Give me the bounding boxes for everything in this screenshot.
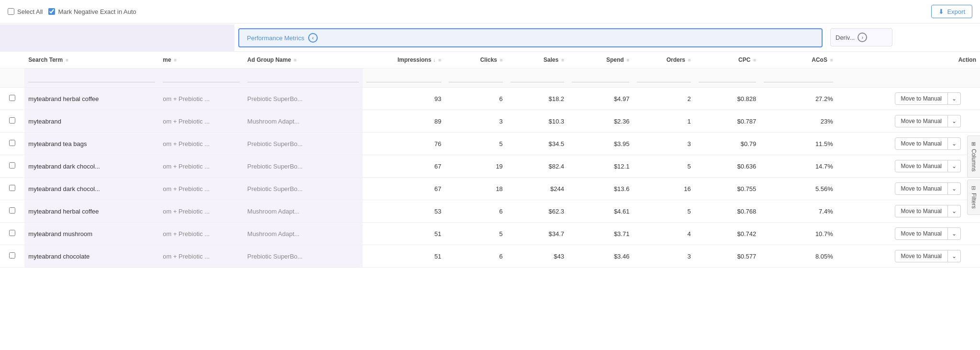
move-to-manual-button[interactable]: Move to Manual	[895, 205, 948, 217]
row-clicks: 6	[445, 88, 506, 110]
row-action-cell: Move to Manual ⌄	[837, 223, 980, 245]
filter-orders-input[interactable]	[637, 73, 690, 82]
table-row: myteabrand herbal coffee om + Prebiotic …	[0, 200, 980, 223]
row-checkbox[interactable]	[9, 162, 15, 169]
move-to-manual-button[interactable]: Move to Manual	[895, 227, 948, 240]
move-to-manual-button[interactable]: Move to Manual	[895, 115, 948, 127]
row-checkbox-cell[interactable]	[0, 88, 24, 110]
move-to-manual-dropdown[interactable]: ⌄	[948, 115, 961, 127]
performance-metrics-label: Performance Metrics	[247, 34, 304, 42]
row-checkbox[interactable]	[9, 95, 15, 101]
th-acos[interactable]: ACoS ≡	[760, 52, 837, 68]
row-spend: $12.1	[568, 155, 633, 178]
filter-action-cell	[837, 68, 980, 88]
th-spend[interactable]: Spend ≡	[568, 52, 633, 68]
filter-acos-input[interactable]	[764, 73, 833, 82]
filter-name-input[interactable]	[163, 73, 240, 82]
row-clicks: 19	[445, 155, 506, 178]
filters-tab[interactable]: ⊟ Filters	[967, 180, 980, 215]
move-to-manual-dropdown[interactable]: ⌄	[948, 205, 961, 217]
row-action-cell: Move to Manual ⌄	[837, 133, 980, 155]
row-action-group: Move to Manual ⌄	[841, 137, 961, 150]
row-checkbox[interactable]	[9, 252, 15, 259]
mark-negative-checkbox-label[interactable]: Mark Negative Exact in Auto	[48, 8, 136, 15]
move-to-manual-button[interactable]: Move to Manual	[895, 160, 948, 172]
export-button[interactable]: ⬇ Export	[931, 5, 972, 18]
filter-cpc-cell[interactable]	[695, 68, 760, 88]
th-name[interactable]: me ≡	[159, 52, 244, 68]
filter-adgroup-input[interactable]	[247, 73, 359, 82]
th-cpc[interactable]: CPC ≡	[695, 52, 760, 68]
filter-search-term-cell[interactable]	[24, 68, 159, 88]
filter-search-term-input[interactable]	[28, 73, 155, 82]
row-checkbox-cell[interactable]	[0, 133, 24, 155]
row-name: om + Prebiotic ...	[159, 223, 244, 245]
filter-adgroup-cell[interactable]	[244, 68, 363, 88]
row-checkbox[interactable]	[9, 117, 15, 124]
filter-name-cell[interactable]	[159, 68, 244, 88]
row-acos: 14.7%	[760, 155, 837, 178]
row-name: om + Prebiotic ...	[159, 178, 244, 200]
row-action-cell: Move to Manual ⌄	[837, 110, 980, 133]
move-to-manual-button[interactable]: Move to Manual	[895, 250, 948, 262]
row-checkbox-cell[interactable]	[0, 200, 24, 223]
filter-orders-cell[interactable]	[633, 68, 694, 88]
th-search-term[interactable]: Search Term ≡	[24, 52, 159, 68]
th-spend-filter-icon: ≡	[627, 57, 630, 63]
row-checkbox[interactable]	[9, 140, 15, 146]
move-to-manual-dropdown[interactable]: ⌄	[948, 137, 961, 150]
row-checkbox-cell[interactable]	[0, 245, 24, 268]
th-sales[interactable]: Sales ≡	[507, 52, 568, 68]
select-all-checkbox-label[interactable]: Select All	[8, 8, 43, 15]
move-to-manual-dropdown[interactable]: ⌄	[948, 182, 961, 195]
move-to-manual-button[interactable]: Move to Manual	[895, 137, 948, 150]
th-clicks[interactable]: Clicks ≡	[445, 52, 506, 68]
row-checkbox-cell[interactable]	[0, 110, 24, 133]
filter-sales-cell[interactable]	[507, 68, 568, 88]
row-name: om + Prebiotic ...	[159, 88, 244, 110]
select-all-checkbox[interactable]	[8, 8, 14, 15]
filter-impressions-cell[interactable]	[363, 68, 445, 88]
filter-clicks-input[interactable]	[449, 73, 502, 82]
move-to-manual-dropdown[interactable]: ⌄	[948, 227, 961, 240]
filter-impressions-input[interactable]	[367, 73, 442, 82]
move-to-manual-button[interactable]: Move to Manual	[895, 182, 948, 195]
move-to-manual-dropdown[interactable]: ⌄	[948, 160, 961, 172]
row-checkbox[interactable]	[9, 230, 15, 236]
filter-sales-input[interactable]	[511, 73, 564, 82]
row-action-group: Move to Manual ⌄	[841, 92, 961, 105]
th-adgroup-filter-icon: ≡	[294, 57, 297, 63]
filter-spend-cell[interactable]	[568, 68, 633, 88]
row-impressions: 51	[363, 223, 445, 245]
move-to-manual-dropdown[interactable]: ⌄	[948, 92, 961, 105]
row-checkbox-cell[interactable]	[0, 223, 24, 245]
row-ad-group-name: Mushroom Adapt...	[244, 223, 363, 245]
filter-acos-cell[interactable]	[760, 68, 837, 88]
export-label: Export	[947, 8, 965, 15]
th-search-term-filter-icon: ≡	[66, 57, 68, 63]
row-spend: $2.36	[568, 110, 633, 133]
row-checkbox-cell[interactable]	[0, 178, 24, 200]
row-search-term: myteabrand dark chocol...	[24, 178, 159, 200]
th-orders[interactable]: Orders ≡	[633, 52, 694, 68]
row-checkbox[interactable]	[9, 207, 15, 214]
row-impressions: 67	[363, 155, 445, 178]
mark-negative-checkbox[interactable]	[48, 8, 55, 15]
action-header-spacer	[896, 24, 980, 51]
row-action-group: Move to Manual ⌄	[841, 160, 961, 172]
row-checkbox[interactable]	[9, 185, 15, 191]
performance-metrics-header: Performance Metrics ‹	[238, 28, 823, 47]
row-sales: $43	[507, 245, 568, 268]
row-checkbox-cell[interactable]	[0, 155, 24, 178]
move-to-manual-button[interactable]: Move to Manual	[895, 92, 948, 105]
th-impressions[interactable]: Impressions ↓ ≡	[363, 52, 445, 68]
filter-cpc-input[interactable]	[699, 73, 756, 82]
filter-spend-input[interactable]	[572, 73, 629, 82]
filter-clicks-cell[interactable]	[445, 68, 506, 88]
th-orders-filter-icon: ≡	[688, 57, 691, 63]
move-to-manual-dropdown[interactable]: ⌄	[948, 250, 961, 262]
th-ad-group-name[interactable]: Ad Group Name ≡	[244, 52, 363, 68]
columns-tab[interactable]: ⊞ Columns	[967, 135, 980, 177]
th-sales-label: Sales	[544, 56, 558, 63]
row-ad-group-name: Mushroom Adapt...	[244, 110, 363, 133]
